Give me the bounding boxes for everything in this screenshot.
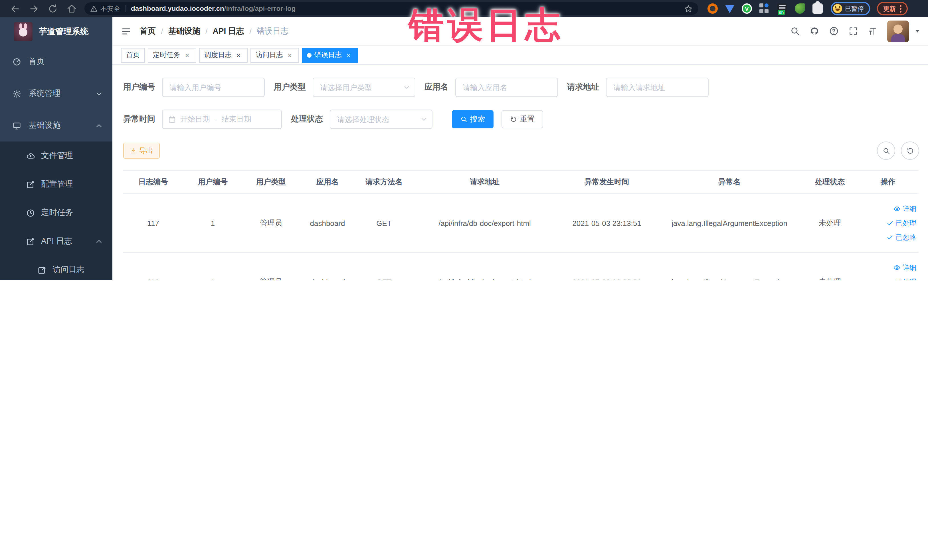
active-dot [307,53,311,57]
reset-button[interactable]: 重置 [502,110,543,128]
mark-ignored-link[interactable]: 已忽略 [860,230,916,244]
detail-link[interactable]: 详细 [860,261,916,275]
cell-exception-name: java.lang.IllegalArgumentException [657,252,802,280]
search-button-label: 搜索 [470,114,485,124]
extension-on-label: on [778,10,785,15]
edit-icon [26,180,35,189]
profile-chip[interactable]: 已暂停 [831,2,870,15]
fullscreen-icon[interactable] [849,26,858,36]
gear-icon [12,89,21,98]
clock-icon [26,209,35,217]
hamburger-icon[interactable] [121,26,131,36]
close-icon[interactable]: × [286,51,294,59]
extension-grid-icon[interactable] [759,3,770,14]
table-row: 117 1 管理员 dashboard GET /api/infra/db-do… [123,194,919,252]
cell-process-status: 未处理 [802,252,858,280]
warning-icon [90,5,98,12]
sidebar: 芋道管理系统 首页 系统管理 基础设施 文件管理 [0,17,112,280]
security-chip[interactable]: 不安全 [90,4,120,13]
refresh-icon [510,116,517,123]
search-icon[interactable] [790,26,800,36]
update-label: 更新 [883,4,896,13]
sidebar-logo[interactable]: 芋道管理系统 [0,17,112,46]
toggle-search-button[interactable] [877,142,895,160]
sidebar-item-access-log[interactable]: 访问日志 [0,256,112,280]
address-bar[interactable]: 不安全 dashboard.yudao.iocoder.cn/infra/log… [84,2,698,15]
extension-green-v-icon[interactable]: V [742,3,752,14]
sidebar-item-scheduled-tasks[interactable]: 定时任务 [0,198,112,227]
user-avatar[interactable] [887,20,909,42]
breadcrumb-infra[interactable]: 基础设施 [168,26,200,36]
font-size-icon[interactable] [868,26,878,36]
cell-process-status: 未处理 [802,194,858,252]
tags-view-bar: 首页 定时任务 × 调度日志 × 访问日志 × 错误日志 × [112,46,928,65]
mark-processed-link[interactable]: 已处理 [860,216,916,230]
forward-icon[interactable] [29,4,39,14]
app-name-input[interactable] [455,78,558,97]
logo-rabbit-image [14,22,32,41]
sidebar-item-config-manage[interactable]: 配置管理 [0,170,112,198]
extension-orange-icon[interactable] [707,3,718,14]
reload-icon[interactable] [48,4,58,14]
detail-link[interactable]: 详细 [860,202,916,216]
sidebar-item-label: API 日志 [41,236,72,246]
cell-app-name: dashboard [299,252,356,280]
log-edit-icon [38,266,46,274]
close-icon[interactable]: × [345,51,353,59]
sidebar-item-api-logs[interactable]: API 日志 [0,227,112,256]
sidebar-item-file-manage[interactable]: 文件管理 [0,142,112,170]
tab-scheduled-tasks[interactable]: 定时任务 × [148,48,196,63]
cell-request-url: /api/infra/db-doc/export-html [412,252,557,280]
col-user-id: 用户编号 [183,170,243,194]
caret-down-icon[interactable] [915,30,920,32]
table-body: 117 1 管理员 dashboard GET /api/infra/db-do… [123,194,919,280]
app-shell: 芋道管理系统 首页 系统管理 基础设施 文件管理 [0,17,928,280]
extension-shield-icon[interactable] [725,5,734,13]
screen: 不安全 dashboard.yudao.iocoder.cn/infra/log… [0,0,928,280]
sidebar-item-infra[interactable]: 基础设施 [0,110,112,142]
search-button[interactable]: 搜索 [452,110,493,128]
cell-actions: 详细 已处理 已忽略 [858,252,919,280]
extension-leaf-icon[interactable] [795,3,805,14]
col-exception-name: 异常名 [657,170,802,194]
tab-home[interactable]: 首页 [121,48,145,63]
request-url-input[interactable] [606,78,709,97]
mark-processed-link[interactable]: 已处理 [860,275,916,280]
gauge-icon [12,57,21,66]
tab-schedule-log[interactable]: 调度日志 × [199,48,247,63]
refresh-table-button[interactable] [901,142,919,160]
sidebar-item-home[interactable]: 首页 [0,46,112,78]
eye-icon [893,264,901,271]
process-status-select-input[interactable] [330,110,432,129]
sidebar-submenu-infra: 文件管理 配置管理 定时任务 API 日志 访问日志 [0,142,112,280]
bookmark-star-icon[interactable] [684,4,693,13]
breadcrumb-home[interactable]: 首页 [140,26,156,36]
tab-access-log[interactable]: 访问日志 × [250,48,299,63]
close-icon[interactable]: × [183,51,191,59]
filter-app-name: 应用名 [424,78,558,97]
help-icon[interactable] [829,26,839,36]
top-navbar: 首页 / 基础设施 / API 日志 / 错误日志 [112,17,928,46]
browser-update-menu[interactable]: 更新 [877,2,908,15]
user-type-select-input[interactable] [313,78,415,97]
extension-on-badge-icon[interactable]: on [777,3,788,14]
process-status-select[interactable] [330,110,432,129]
extensions-puzzle-icon[interactable] [812,3,823,14]
back-icon[interactable] [10,4,20,14]
home-icon[interactable] [67,4,76,14]
close-icon[interactable]: × [235,51,243,59]
filter-label: 用户编号 [123,82,155,92]
user-id-input[interactable] [162,78,265,97]
user-type-select[interactable] [313,78,415,97]
export-button[interactable]: 导出 [123,143,160,159]
search-icon [461,116,467,123]
date-range-picker[interactable]: 开始日期 - 结束日期 [162,110,282,129]
chevron-down-icon [95,90,103,97]
breadcrumb-api-log[interactable]: API 日志 [213,26,244,36]
sidebar-item-system[interactable]: 系统管理 [0,78,112,110]
tab-error-log[interactable]: 错误日志 × [302,48,358,63]
action-label: 已处理 [896,277,916,280]
col-actions: 操作 [858,170,919,194]
breadcrumb-current: 错误日志 [257,26,289,36]
github-icon[interactable] [810,26,819,36]
